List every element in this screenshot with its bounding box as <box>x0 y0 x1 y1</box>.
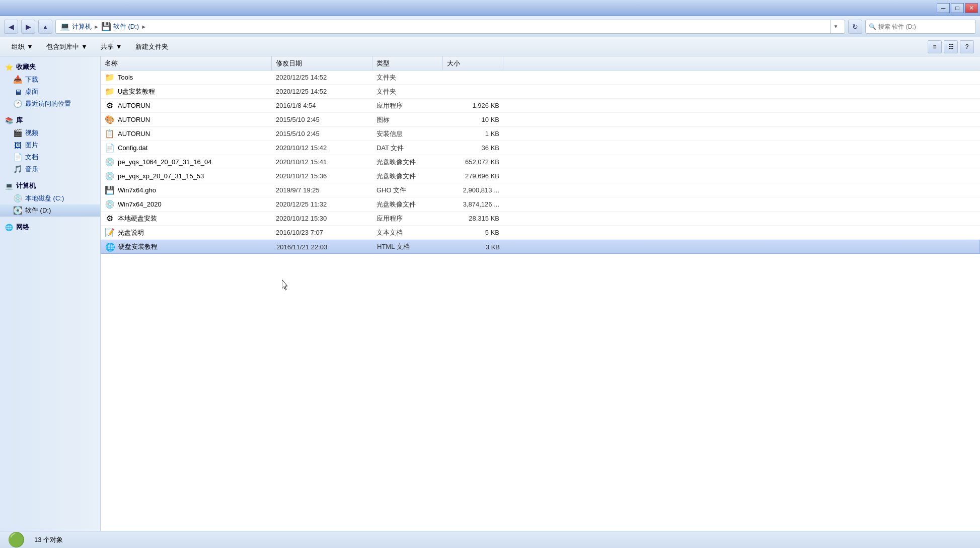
table-row[interactable]: ⚙ AUTORUN 2016/1/8 4:54 应用程序 1,926 KB <box>101 99 980 113</box>
file-name-text: pe_yqs_xp_20_07_31_15_53 <box>118 172 204 180</box>
table-row[interactable]: 🌐 硬盘安装教程 2016/11/21 22:03 HTML 文档 3 KB <box>101 240 980 254</box>
file-list-header: 名称 修改日期 类型 大小 <box>101 56 980 71</box>
file-name-text: U盘安装教程 <box>118 87 155 96</box>
col-name[interactable]: 名称 <box>101 56 272 70</box>
status-count: 13 个对象 <box>34 535 63 544</box>
back-button[interactable]: ◀ <box>4 20 18 34</box>
sidebar-computer-header[interactable]: 💻 计算机 <box>0 179 100 192</box>
table-row[interactable]: 📋 AUTORUN 2015/5/10 2:45 安装信息 1 KB <box>101 127 980 141</box>
up-button[interactable]: ▲ <box>38 20 52 34</box>
breadcrumb-drive[interactable]: 💾 软件 (D:) <box>101 22 139 31</box>
music-label: 音乐 <box>25 165 38 174</box>
include-dropdown-icon: ▼ <box>81 43 88 50</box>
sidebar-item-downloads[interactable]: 📥 下载 <box>0 74 100 86</box>
file-cell-date: 2020/12/25 11:32 <box>272 200 372 208</box>
col-size[interactable]: 大小 <box>443 56 503 70</box>
table-row[interactable]: ⚙ 本地硬盘安装 2020/10/12 15:30 应用程序 28,315 KB <box>101 212 980 226</box>
file-cell-type: 应用程序 <box>372 101 443 110</box>
file-name-text: Config.dat <box>118 144 147 152</box>
sidebar-network-header[interactable]: 🌐 网络 <box>0 221 100 234</box>
file-cell-type: 文本文档 <box>372 228 443 237</box>
sidebar-item-desktop[interactable]: 🖥 桌面 <box>0 86 100 98</box>
favorites-label: 收藏夹 <box>16 62 36 72</box>
software-d-label: 软件 (D:) <box>25 206 51 215</box>
file-cell-name: 💿 pe_yqs_xp_20_07_31_15_53 <box>101 171 272 181</box>
refresh-button[interactable]: ↻ <box>848 20 862 34</box>
view-details-button[interactable]: ☷ <box>944 40 958 53</box>
search-input[interactable] <box>878 23 959 30</box>
share-label: 共享 <box>101 42 114 51</box>
file-cell-date: 2020/10/12 15:30 <box>272 215 372 222</box>
col-date[interactable]: 修改日期 <box>272 56 372 70</box>
table-row[interactable]: 📁 U盘安装教程 2020/12/25 14:52 文件夹 <box>101 85 980 99</box>
col-type[interactable]: 类型 <box>372 56 443 70</box>
sidebar-item-software-d[interactable]: 💽 软件 (D:) <box>0 204 100 217</box>
breadcrumb-computer-label: 计算机 <box>72 22 92 31</box>
file-type-icon: 📁 <box>105 73 115 83</box>
table-row[interactable]: 💿 pe_yqs_xp_20_07_31_15_53 2020/10/12 15… <box>101 169 980 183</box>
table-row[interactable]: 📁 Tools 2020/12/25 14:52 文件夹 <box>101 71 980 85</box>
library-icon: 📚 <box>5 117 13 124</box>
help-button[interactable]: ? <box>960 40 974 53</box>
document-label: 文档 <box>25 153 38 162</box>
file-type-icon: 📋 <box>105 129 115 139</box>
file-cell-type: GHO 文件 <box>372 186 443 195</box>
recent-icon: 🕐 <box>13 99 22 108</box>
file-cell-date: 2020/10/12 15:41 <box>272 158 372 166</box>
file-cell-size: 28,315 KB <box>443 215 503 222</box>
sidebar-section-network: 🌐 网络 <box>0 221 100 234</box>
file-name-text: Win7x64.gho <box>118 186 156 194</box>
file-cell-type: HTML 文档 <box>373 242 443 251</box>
sidebar-item-picture[interactable]: 🖼 图片 <box>0 139 100 151</box>
include-library-button[interactable]: 包含到库中 ▼ <box>41 40 93 54</box>
file-cell-type: DAT 文件 <box>372 144 443 153</box>
file-cell-size: 5 KB <box>443 229 503 236</box>
table-row[interactable]: 📄 Config.dat 2020/10/12 15:42 DAT 文件 36 … <box>101 141 980 155</box>
sidebar-item-local-c[interactable]: 💿 本地磁盘 (C:) <box>0 192 100 204</box>
file-cell-size: 3 KB <box>443 243 504 251</box>
sidebar-section-favorites: ⭐ 收藏夹 📥 下载 🖥 桌面 🕐 最近访问的位置 <box>0 60 100 110</box>
file-type-icon: ⚙ <box>105 101 115 111</box>
file-list-area: 名称 修改日期 类型 大小 📁 Tools 2020/12/25 14:52 文… <box>101 56 980 531</box>
recent-label: 最近访问的位置 <box>25 99 71 108</box>
file-cell-name: 🌐 硬盘安装教程 <box>101 242 272 252</box>
forward-button[interactable]: ▶ <box>21 20 35 34</box>
breadcrumb: 💻 计算机 ► 💾 软件 (D:) ► ▼ <box>55 20 845 34</box>
maximize-button[interactable]: □ <box>951 3 964 13</box>
local-c-icon: 💿 <box>13 194 22 203</box>
search-bar[interactable]: 🔍 <box>865 20 976 34</box>
table-row[interactable]: 💾 Win7x64.gho 2019/9/7 19:25 GHO 文件 2,90… <box>101 183 980 197</box>
file-type-icon: 📄 <box>105 143 115 153</box>
desktop-icon: 🖥 <box>13 87 22 96</box>
file-cell-date: 2019/9/7 19:25 <box>272 186 372 194</box>
organize-button[interactable]: 组织 ▼ <box>6 40 39 54</box>
file-name-text: AUTORUN <box>118 116 150 123</box>
drive-icon: 💾 <box>101 22 111 31</box>
table-row[interactable]: 💿 Win7x64_2020 2020/12/25 11:32 光盘映像文件 3… <box>101 197 980 212</box>
minimize-button[interactable]: ─ <box>937 3 950 13</box>
sidebar-favorites-header[interactable]: ⭐ 收藏夹 <box>0 60 100 74</box>
file-cell-date: 2015/5/10 2:45 <box>272 130 372 138</box>
close-button[interactable]: ✕ <box>965 3 978 13</box>
file-cell-type: 文件夹 <box>372 73 443 82</box>
table-row[interactable]: 🎨 AUTORUN 2015/5/10 2:45 图标 10 KB <box>101 113 980 127</box>
file-cell-name: 💿 Win7x64_2020 <box>101 199 272 210</box>
sidebar-item-document[interactable]: 📄 文档 <box>0 151 100 163</box>
share-button[interactable]: 共享 ▼ <box>95 40 128 54</box>
sidebar-library-header[interactable]: 📚 库 <box>0 114 100 127</box>
view-toggle-button[interactable]: ≡ <box>928 40 942 53</box>
table-row[interactable]: 📝 光盘说明 2016/10/23 7:07 文本文档 5 KB <box>101 226 980 240</box>
file-cell-date: 2020/10/12 15:42 <box>272 144 372 152</box>
file-name-text: pe_yqs_1064_20_07_31_16_04 <box>118 158 212 166</box>
breadcrumb-dropdown[interactable]: ▼ <box>831 20 841 33</box>
file-cell-size: 1,926 KB <box>443 102 503 109</box>
breadcrumb-home[interactable]: 💻 计算机 <box>60 22 92 31</box>
sidebar-item-recent[interactable]: 🕐 最近访问的位置 <box>0 98 100 110</box>
desktop-label: 桌面 <box>25 87 38 96</box>
sidebar-item-music[interactable]: 🎵 音乐 <box>0 163 100 175</box>
new-folder-button[interactable]: 新建文件夹 <box>130 40 174 54</box>
table-row[interactable]: 💿 pe_yqs_1064_20_07_31_16_04 2020/10/12 … <box>101 155 980 169</box>
file-name-text: 本地硬盘安装 <box>118 214 157 223</box>
sidebar-item-video[interactable]: 🎬 视频 <box>0 127 100 139</box>
file-type-icon: 💿 <box>105 157 115 167</box>
